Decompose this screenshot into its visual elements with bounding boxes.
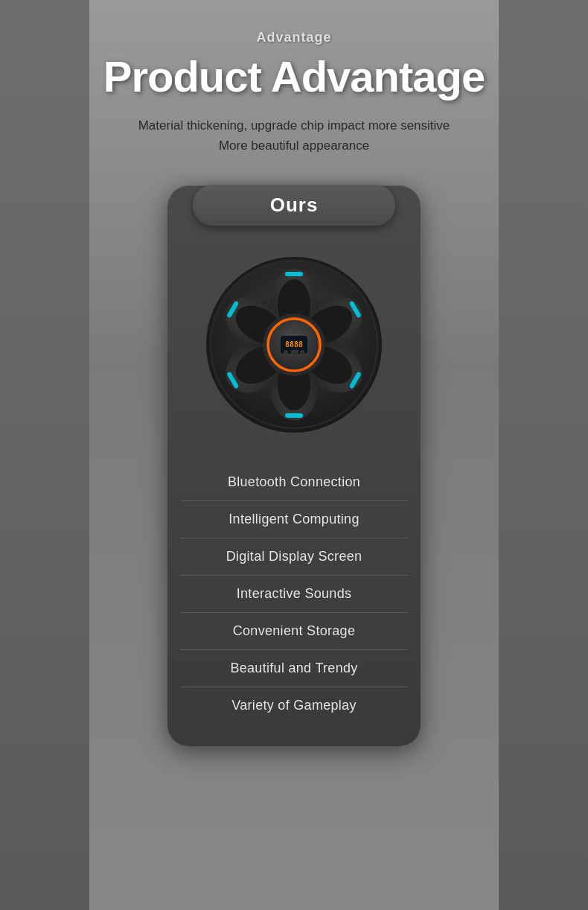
subtitle-line2: More beautiful appearance <box>219 139 369 153</box>
content-area: Advantage Product Advantage Material thi… <box>78 30 510 746</box>
product-image: 8888 <box>197 248 391 442</box>
feature-item: Intelligent Computing <box>180 501 408 538</box>
ours-badge-text: Ours <box>270 194 319 216</box>
svg-point-27 <box>300 350 304 354</box>
subtitle: Material thickening, upgrade chip impact… <box>138 115 450 156</box>
section-label: Advantage <box>256 30 331 45</box>
svg-rect-26 <box>291 350 298 354</box>
svg-text:8888: 8888 <box>285 340 303 349</box>
svg-rect-14 <box>285 272 303 276</box>
feature-item: Variety of Gameplay <box>180 687 408 724</box>
subtitle-line1: Material thickening, upgrade chip impact… <box>138 118 450 133</box>
feature-item: Interactive Sounds <box>180 576 408 613</box>
feature-item: Convenient Storage <box>180 613 408 650</box>
feature-item: Bluetooth Connection <box>180 464 408 501</box>
product-card: Ours <box>167 185 421 746</box>
svg-point-25 <box>284 350 288 354</box>
ours-badge: Ours <box>193 185 395 226</box>
features-list: Bluetooth ConnectionIntelligent Computin… <box>180 464 408 724</box>
page-wrapper: Advantage Product Advantage Material thi… <box>0 0 588 910</box>
main-title: Product Advantage <box>103 53 485 101</box>
svg-rect-17 <box>285 413 303 418</box>
feature-item: Beautiful and Trendy <box>180 650 408 687</box>
feature-item: Digital Display Screen <box>180 538 408 576</box>
